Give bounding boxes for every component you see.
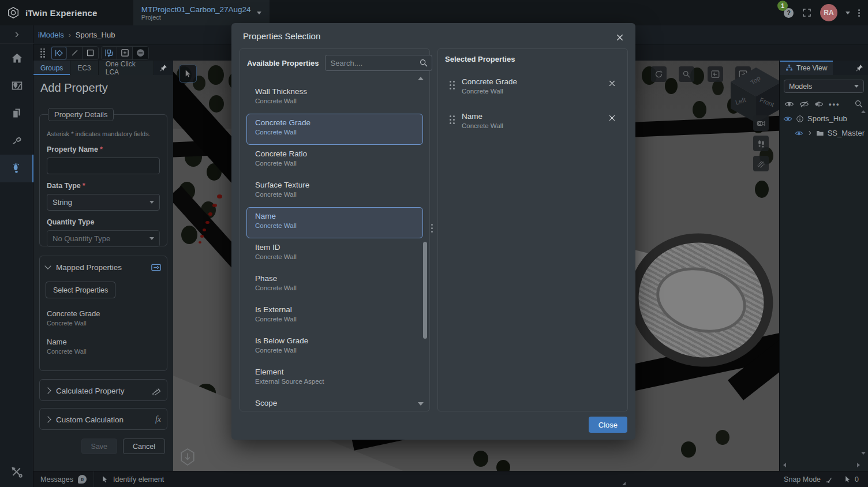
property-source: Concrete Wall	[255, 316, 414, 323]
property-name: Item ID	[255, 243, 414, 252]
drag-handle[interactable]	[450, 115, 455, 124]
dialog-title: Properties Selection	[243, 31, 320, 41]
property-name: Element	[255, 368, 414, 376]
property-option[interactable]: Phase Concrete Wall	[246, 269, 423, 301]
property-source: Concrete Wall	[255, 160, 414, 167]
available-properties-title: Available Properties	[247, 59, 319, 68]
property-source: Concrete Wall	[255, 347, 414, 354]
property-name: Concrete Grade	[255, 118, 414, 127]
remove-property-button[interactable]	[608, 80, 616, 87]
property-option[interactable]: Scope	[246, 394, 423, 410]
property-option-selected[interactable]: Name Concrete Wall	[246, 207, 423, 238]
property-option[interactable]: Is External Concrete Wall	[246, 301, 423, 332]
available-properties-list: Wall Thickness Concrete Wall Concrete Gr…	[241, 76, 429, 410]
selected-properties-panel: Selected Properties Concrete Grade Concr…	[437, 48, 628, 411]
drag-handle[interactable]	[450, 81, 455, 89]
selected-property-row: Concrete Grade Concrete Wall	[442, 73, 624, 99]
property-name: Scope	[255, 399, 414, 407]
property-name: Is External	[255, 305, 414, 314]
properties-selection-dialog: Properties Selection Available Propertie…	[231, 23, 635, 440]
property-name: Wall Thickness	[255, 87, 414, 96]
property-name: Surface Texture	[255, 181, 414, 189]
property-source: Concrete Wall	[255, 98, 414, 104]
property-source: Concrete Wall	[255, 253, 414, 260]
property-source: External Source Aspect	[255, 378, 414, 385]
property-name: Phase	[255, 274, 414, 283]
property-source: Concrete Wall	[462, 122, 503, 129]
property-option[interactable]: Is Below Grade Concrete Wall	[246, 332, 423, 363]
property-option[interactable]: Element External Source Aspect	[246, 363, 423, 394]
property-name: Concrete Ratio	[255, 149, 414, 158]
scroll-down-arrow[interactable]	[418, 402, 424, 406]
remove-property-button[interactable]	[608, 114, 616, 122]
property-name: Name	[462, 112, 503, 121]
panel-resize-handle[interactable]	[431, 224, 433, 233]
search-icon	[419, 58, 428, 68]
search-input[interactable]	[325, 55, 432, 71]
property-option[interactable]: Surface Texture Concrete Wall	[246, 176, 423, 207]
close-icon	[616, 33, 624, 42]
property-source: Concrete Wall	[255, 284, 414, 291]
property-source: Concrete Wall	[255, 129, 414, 136]
property-name: Name	[255, 212, 414, 220]
close-icon	[608, 80, 616, 87]
selected-property-row: Name Concrete Wall	[442, 107, 624, 134]
dialog-close-footer-button[interactable]: Close	[589, 417, 627, 433]
close-icon	[608, 114, 616, 122]
available-properties-panel: Available Properties Wall Thickness Conc…	[240, 48, 430, 411]
property-option-selected[interactable]: Concrete Grade Concrete Wall	[246, 114, 423, 145]
property-option[interactable]: Concrete Ratio Concrete Wall	[246, 145, 423, 176]
property-option[interactable]: Item ID Concrete Wall	[246, 238, 423, 269]
property-name: Is Below Grade	[255, 336, 414, 345]
selected-properties-title: Selected Properties	[445, 55, 515, 63]
property-source: Concrete Wall	[255, 222, 414, 229]
property-source: Concrete Wall	[462, 88, 517, 95]
list-scrollbar-thumb[interactable]	[423, 242, 427, 339]
property-name: Concrete Grade	[462, 77, 517, 86]
property-option[interactable]: Wall Thickness Concrete Wall	[246, 83, 423, 114]
dialog-close-button[interactable]	[612, 30, 627, 45]
scroll-up-arrow[interactable]	[418, 77, 424, 80]
property-source: Concrete Wall	[255, 191, 414, 198]
